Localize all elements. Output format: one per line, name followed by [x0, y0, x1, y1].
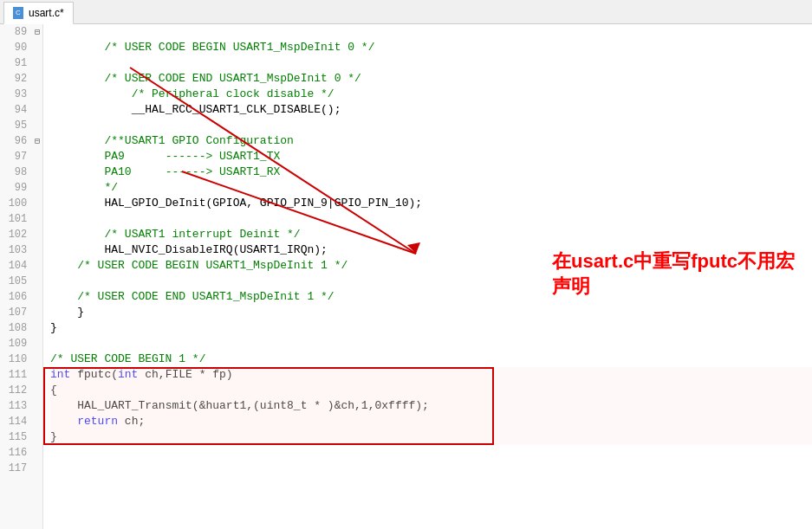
line-number: 97 [0, 151, 32, 163]
code-line: int fputc(int ch,FILE * fp) [50, 367, 812, 383]
line-num-row: 92 [0, 71, 42, 87]
no-fold-icon [32, 198, 42, 209]
no-fold-icon [32, 74, 42, 84]
line-num-row: 95 [0, 118, 42, 133]
line-num-row: 116 [0, 445, 42, 461]
no-fold-icon [32, 89, 42, 100]
no-fold-icon [32, 401, 42, 411]
code-content[interactable]: /* USER CODE BEGIN USART1_MspDeInit 0 */… [43, 24, 812, 529]
code-line: PA10 ------> USART1_RX [50, 165, 812, 180]
line-number: 94 [0, 104, 32, 116]
code-line: /**USART1 GPIO Configuration [50, 133, 812, 149]
line-number: 103 [0, 244, 32, 256]
line-number: 112 [0, 384, 32, 397]
line-num-row: 99 [0, 180, 42, 196]
code-area: 89⊟90919293949596⊟9798991001011021031041… [0, 24, 812, 529]
line-number: 98 [0, 166, 32, 178]
no-fold-icon [32, 183, 42, 193]
tab-usart[interactable]: C usart.c* [3, 2, 74, 24]
line-number: 109 [0, 338, 32, 350]
code-line [50, 211, 812, 227]
line-num-row: 101 [0, 211, 42, 227]
line-num-row: 108 [0, 320, 42, 336]
line-num-row: 90 [0, 40, 42, 55]
no-fold-icon [32, 214, 42, 224]
no-fold-icon [32, 229, 42, 240]
tab-label: usart.c* [29, 7, 64, 19]
code-line: /* Peripheral clock disable */ [50, 87, 812, 102]
line-number: 107 [0, 306, 32, 319]
no-fold-icon [32, 370, 42, 380]
no-fold-icon [32, 105, 42, 115]
line-number: 91 [0, 57, 32, 69]
line-num-row: 107 [0, 305, 42, 320]
fold-icon[interactable]: ⊟ [32, 136, 42, 146]
line-number: 108 [0, 322, 32, 334]
no-fold-icon [32, 307, 42, 318]
code-line [50, 24, 812, 40]
code-line: } [50, 429, 812, 445]
code-line: */ [50, 180, 812, 196]
code-line [50, 336, 812, 352]
code-line [50, 445, 812, 461]
no-fold-icon [32, 276, 42, 287]
line-number: 90 [0, 42, 32, 54]
no-fold-icon [32, 463, 42, 474]
code-line: /* USER CODE BEGIN 1 */ [50, 352, 812, 367]
line-num-row: 111 [0, 367, 42, 383]
code-line: /* USER CODE BEGIN USART1_MspDeInit 0 */ [50, 40, 812, 55]
line-num-row: 114 [0, 414, 42, 429]
no-fold-icon [32, 385, 42, 396]
code-line: { [50, 383, 812, 398]
line-num-row: 104 [0, 258, 42, 274]
line-num-row: 89⊟ [0, 24, 42, 40]
line-number: 101 [0, 213, 32, 225]
code-line [50, 461, 812, 476]
line-num-row: 94 [0, 102, 42, 118]
line-num-row: 91 [0, 55, 42, 71]
code-line: } [50, 320, 812, 336]
line-num-row: 96⊟ [0, 133, 42, 149]
line-num-row: 109 [0, 336, 42, 352]
line-number: 106 [0, 291, 32, 303]
line-number: 104 [0, 260, 32, 272]
line-number: 93 [0, 88, 32, 100]
line-num-row: 97 [0, 149, 42, 165]
no-fold-icon [32, 58, 42, 68]
line-number: 117 [0, 462, 32, 474]
fold-icon[interactable]: ⊟ [32, 27, 42, 37]
line-num-row: 100 [0, 196, 42, 211]
code-line: } [50, 305, 812, 320]
no-fold-icon [32, 42, 42, 53]
no-fold-icon [32, 261, 42, 271]
line-number: 102 [0, 229, 32, 241]
no-fold-icon [32, 292, 42, 302]
line-num-row: 93 [0, 87, 42, 102]
line-num-row: 103 [0, 242, 42, 258]
annotation: 在usart.c中重写fputc不用宏 声明 [552, 249, 795, 299]
line-num-row: 102 [0, 227, 42, 242]
line-number: 92 [0, 73, 32, 85]
code-line: __HAL_RCC_USART1_CLK_DISABLE(); [50, 102, 812, 118]
no-fold-icon [32, 167, 42, 177]
line-number: 111 [0, 369, 32, 381]
line-num-row: 115 [0, 429, 42, 445]
no-fold-icon [32, 339, 42, 349]
editor-container: C usart.c* 89⊟90919293949596⊟97989910010… [0, 0, 812, 529]
code-line: HAL_UART_Transmit(&huart1,(uint8_t * )&c… [50, 398, 812, 414]
line-num-row: 112 [0, 383, 42, 398]
line-num-row: 98 [0, 165, 42, 180]
line-num-row: 113 [0, 398, 42, 414]
no-fold-icon [32, 416, 42, 427]
code-line [50, 118, 812, 133]
code-line: return ch; [50, 414, 812, 429]
no-fold-icon [32, 152, 42, 162]
no-fold-icon [32, 120, 42, 131]
line-num-row: 106 [0, 289, 42, 305]
no-fold-icon [32, 354, 42, 364]
line-number: 89 [0, 26, 32, 38]
code-line: /* USER CODE END USART1_MspDeInit 0 */ [50, 71, 812, 87]
no-fold-icon [32, 323, 42, 333]
no-fold-icon [32, 245, 42, 255]
line-num-row: 105 [0, 274, 42, 289]
